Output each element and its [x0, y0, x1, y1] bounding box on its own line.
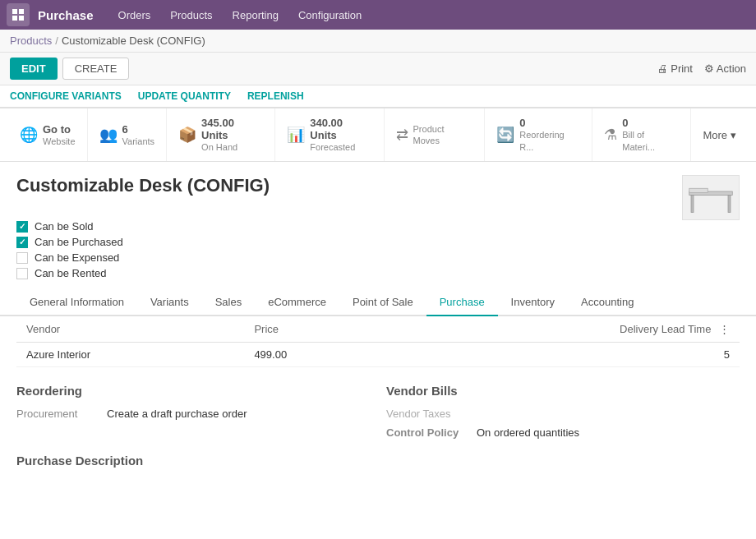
svg-rect-2: [12, 16, 17, 21]
bottom-two-col: Reordering Procurement Create a draft pu…: [0, 367, 756, 454]
edit-button[interactable]: EDIT: [10, 58, 58, 80]
vendor-section: Vendor Price Delivery Lead Time ⋮ Azure …: [0, 316, 756, 367]
checkbox-sold-box[interactable]: [16, 221, 28, 233]
stat-website-line1: Go to: [43, 123, 76, 136]
menu-reporting[interactable]: Reporting: [224, 6, 287, 25]
tab-variants[interactable]: Variants: [137, 289, 202, 316]
stat-product-moves-label: Product Moves: [413, 123, 473, 147]
stat-more-label: More: [703, 129, 727, 141]
tab-purchase[interactable]: Purchase: [426, 289, 498, 316]
table-column-options-icon[interactable]: ⋮: [719, 323, 730, 335]
breadcrumb-separator: /: [55, 35, 58, 47]
tab-accounting[interactable]: Accounting: [568, 289, 647, 316]
vendor-bills-section: Vendor Bills Vendor Taxes Control Policy…: [386, 384, 740, 445]
update-quantity-btn[interactable]: UPDATE QUANTITY: [138, 90, 231, 102]
menu-products[interactable]: Products: [162, 6, 220, 25]
chevron-down-icon: ▾: [731, 129, 736, 141]
procurement-label: Procurement: [16, 408, 99, 420]
tab-inventory[interactable]: Inventory: [498, 289, 568, 316]
reordering-section: Reordering Procurement Create a draft pu…: [16, 384, 370, 445]
product-area: Customizable Desk (CONFIG) Can be Sold C…: [0, 162, 756, 279]
stat-bom[interactable]: ⚗ 0 Bill of Materi...: [592, 108, 691, 161]
product-header: Customizable Desk (CONFIG): [16, 175, 740, 220]
stat-forecasted[interactable]: 📊 340.00 Units Forecasted: [275, 108, 384, 161]
main-content: 🌐 Go to Website 👥 6 Variants 📦 345.00 Un…: [0, 108, 756, 519]
stat-product-moves[interactable]: ⇄ Product Moves: [385, 108, 486, 161]
stat-website[interactable]: 🌐 Go to Website: [8, 108, 88, 161]
vendor-taxes-label: Vendor Taxes: [386, 408, 451, 420]
stat-forecasted-label: Forecasted: [310, 141, 371, 153]
users-icon: 👥: [99, 126, 118, 144]
svg-rect-6: [728, 196, 731, 213]
svg-rect-3: [19, 16, 24, 21]
stat-on-hand[interactable]: 📦 345.00 Units On Hand: [167, 108, 275, 161]
refresh-icon: 🔄: [496, 126, 514, 144]
flask-icon: ⚗: [604, 126, 617, 144]
breadcrumb-parent[interactable]: Products: [10, 35, 52, 47]
vendor-table-body: Azure Interior 499.00 5: [16, 343, 740, 367]
stat-variants-value: 6: [122, 123, 155, 136]
control-policy-label: Control Policy: [386, 426, 468, 439]
control-policy-value: On ordered quantities: [477, 426, 579, 439]
checkbox-expensed-box[interactable]: [16, 252, 28, 264]
lead-time-col-header: Delivery Lead Time ⋮: [387, 316, 740, 343]
gear-icon: ⚙: [704, 62, 714, 75]
tab-ecommerce[interactable]: eCommerce: [255, 289, 339, 316]
top-navigation: Purchase Orders Products Reporting Confi…: [0, 0, 756, 30]
purchase-description-section: Purchase Description: [0, 454, 756, 491]
checkbox-purchased-label: Can be Purchased: [35, 236, 123, 248]
app-logo[interactable]: [7, 3, 30, 26]
price-col-header: Price: [244, 316, 386, 343]
svg-rect-7: [689, 189, 708, 193]
stat-website-line2: Website: [43, 136, 76, 147]
tab-point-of-sale[interactable]: Point of Sale: [339, 289, 426, 316]
checkbox-can-be-rented[interactable]: Can be Rented: [16, 267, 740, 279]
product-image: [682, 175, 740, 220]
checkbox-rented-box[interactable]: [16, 268, 28, 279]
vendor-bills-title: Vendor Bills: [386, 384, 740, 398]
print-link[interactable]: 🖨 Print: [657, 62, 693, 75]
breadcrumb-current: Customizable Desk (CONFIG): [62, 35, 205, 47]
vendor-lead-time: 5: [387, 343, 740, 367]
menu-configuration[interactable]: Configuration: [290, 6, 370, 25]
stat-reordering-value: 0: [519, 117, 580, 129]
stat-bom-label: Bill of Materi...: [622, 129, 679, 153]
stat-more[interactable]: More ▾: [691, 108, 748, 161]
svg-rect-5: [691, 196, 694, 213]
stat-onhand-label: On Hand: [201, 141, 263, 153]
stat-variants[interactable]: 👥 6 Variants: [88, 108, 168, 161]
stat-reordering[interactable]: 🔄 0 Reordering R...: [485, 108, 592, 161]
box-icon: 📦: [178, 126, 196, 144]
tab-general-information[interactable]: General Information: [16, 289, 137, 316]
checkbox-sold-label: Can be Sold: [35, 220, 94, 233]
stats-bar: 🌐 Go to Website 👥 6 Variants 📦 345.00 Un…: [0, 108, 756, 162]
arrows-icon: ⇄: [396, 126, 408, 144]
globe-icon: 🌐: [20, 126, 38, 144]
control-policy-row: Control Policy On ordered quantities: [386, 426, 740, 439]
vendor-price: 499.00: [244, 343, 386, 367]
checkbox-can-be-expensed[interactable]: Can be Expensed: [16, 251, 740, 264]
tab-sales[interactable]: Sales: [202, 289, 256, 316]
checkbox-can-be-purchased[interactable]: Can be Purchased: [16, 236, 740, 248]
vendor-name: Azure Interior: [16, 343, 244, 367]
stat-bom-value: 0: [622, 117, 679, 129]
product-tabs: General Information Variants Sales eComm…: [0, 289, 756, 316]
action-link[interactable]: ⚙ Action: [704, 62, 746, 75]
stat-reordering-label: Reordering R...: [519, 129, 580, 153]
checkbox-can-be-sold[interactable]: Can be Sold: [16, 220, 740, 233]
print-icon: 🖨: [657, 62, 668, 75]
chart-icon: 📊: [287, 126, 305, 144]
checkbox-rented-label: Can be Rented: [35, 267, 106, 279]
reordering-title: Reordering: [16, 384, 370, 398]
action-bar: EDIT CREATE 🖨 Print ⚙ Action: [0, 53, 756, 85]
vendor-col-header: Vendor: [16, 316, 244, 343]
menu-orders[interactable]: Orders: [110, 6, 159, 25]
svg-rect-0: [12, 9, 17, 14]
replenish-btn[interactable]: REPLENISH: [247, 90, 304, 102]
sub-action-bar: CONFIGURE VARIANTS UPDATE QUANTITY REPLE…: [0, 85, 756, 108]
create-button[interactable]: CREATE: [62, 58, 130, 80]
procurement-value: Create a draft purchase order: [107, 408, 247, 420]
configure-variants-btn[interactable]: CONFIGURE VARIANTS: [10, 90, 122, 102]
stat-variants-label: Variants: [122, 136, 155, 147]
checkbox-purchased-box[interactable]: [16, 237, 28, 248]
